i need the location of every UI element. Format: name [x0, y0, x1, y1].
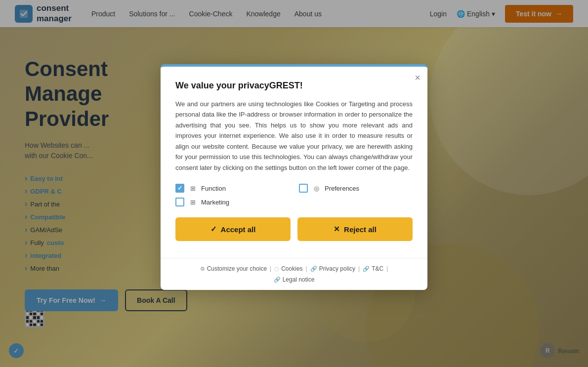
cookie-icon: ◌ [274, 266, 279, 272]
modal-title: We value your privacyGREST! [175, 81, 413, 91]
accept-all-button[interactable]: ✓ Accept all [175, 217, 291, 241]
legal-notice-link[interactable]: 🔗 Legal notice [274, 276, 315, 283]
modal-actions: ✓ Accept all ✕ Reject all [175, 217, 413, 241]
separator-2: | [306, 265, 307, 272]
consent-modal: × We value your privacyGREST! We and our… [161, 64, 427, 290]
function-label: Function [201, 185, 226, 192]
modal-body: We value your privacyGREST! We and our p… [161, 67, 427, 258]
link-icon-2: 🔗 [363, 266, 370, 272]
footer-links-row-2: 🔗 Legal notice [175, 276, 413, 283]
consent-option-marketing: ⊞ Marketing [175, 198, 289, 206]
consent-option-function: ⊞ Function [175, 184, 289, 193]
function-checkbox[interactable] [175, 184, 184, 193]
cross-icon: ✕ [334, 225, 340, 234]
marketing-checkbox[interactable] [175, 198, 184, 206]
preferences-checkbox[interactable] [299, 184, 308, 193]
modal-overlay: × We value your privacyGREST! We and our… [0, 0, 588, 367]
checkmark-icon: ✓ [210, 225, 217, 234]
consent-options: ⊞ Function ◎ Preferences ⊞ Marketing [175, 184, 413, 206]
separator-1: | [270, 265, 271, 272]
marketing-label: Marketing [201, 199, 229, 206]
preferences-icon: ◎ [312, 184, 321, 193]
consent-option-preferences: ◎ Preferences [299, 184, 413, 193]
privacy-policy-link[interactable]: 🔗 Privacy policy [310, 265, 355, 272]
footer-links-row-1: ⚙ Customize your choice | ◌ Cookies | 🔗 … [175, 265, 413, 272]
function-icon: ⊞ [188, 184, 197, 193]
customize-choice-link[interactable]: ⚙ Customize your choice [200, 265, 267, 272]
separator-4: | [386, 265, 388, 272]
reject-all-button[interactable]: ✕ Reject all [297, 217, 413, 241]
modal-close-button[interactable]: × [415, 73, 420, 82]
modal-description: We and our partners are using technologi… [175, 99, 413, 173]
cookies-link[interactable]: ◌ Cookies [274, 265, 302, 272]
settings-icon: ⚙ [200, 266, 205, 272]
tnc-link[interactable]: 🔗 T&C [363, 265, 383, 272]
modal-footer: ⚙ Customize your choice | ◌ Cookies | 🔗 … [161, 258, 427, 290]
link-icon-3: 🔗 [274, 277, 281, 283]
marketing-icon: ⊞ [188, 198, 197, 206]
link-icon-1: 🔗 [310, 266, 317, 272]
preferences-label: Preferences [325, 185, 359, 192]
separator-3: | [358, 265, 360, 272]
